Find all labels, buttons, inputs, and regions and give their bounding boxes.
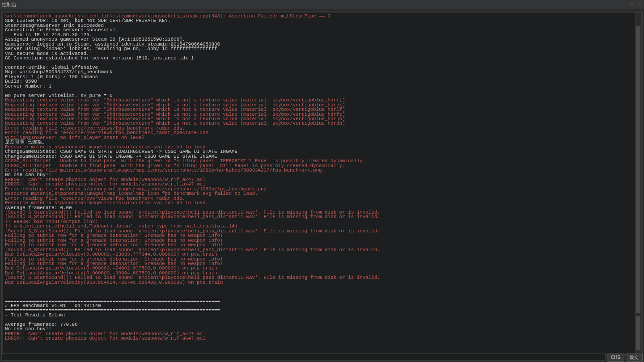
console-line: Average framerate: 770.96 bbox=[5, 322, 633, 327]
console-line: Server using '<none>' lobbies, requiring… bbox=[5, 46, 633, 51]
console-line: Connection to Steam servers successful. bbox=[5, 28, 633, 32]
console-line: [Sound] S_StartSound(): Failed to load s… bbox=[5, 215, 633, 219]
console-line bbox=[5, 290, 633, 294]
console-input[interactable] bbox=[1, 354, 606, 361]
console-line bbox=[5, 61, 633, 65]
ime-indicator[interactable]: CHS bbox=[607, 354, 624, 362]
console-body: src\steamnetworkingsockets\clientlib\cst… bbox=[1, 11, 643, 356]
console-line: - Test Results Below: bbox=[5, 313, 633, 317]
console-line: ========================================… bbox=[5, 308, 633, 313]
console-line: PutClientInServer: no info_player_start … bbox=[5, 135, 633, 140]
console-line bbox=[5, 285, 633, 289]
console-line: Build: 8598 bbox=[5, 79, 633, 84]
console-line: Resource materials\panorama\images\icons… bbox=[5, 201, 633, 205]
console-line: CCSGO_BlurTarget - Unable to find panel … bbox=[5, 159, 633, 163]
scrollbar[interactable] bbox=[636, 13, 641, 354]
console-line: Error reading file materials/panorama/im… bbox=[5, 168, 633, 173]
scroll-thumb[interactable] bbox=[636, 316, 640, 350]
window-controls bbox=[629, 2, 642, 7]
console-line: # FPS Benchmark v1.01 - 01:43:140 bbox=[5, 303, 633, 308]
submit-button[interactable]: 提交 bbox=[626, 354, 643, 362]
console-line bbox=[5, 317, 633, 322]
console-output[interactable]: src\steamnetworkingsockets\clientlib\cst… bbox=[3, 13, 635, 354]
title-bar: 控制台 bbox=[0, 0, 644, 9]
console-line: Requesting texture value from var "$hdrb… bbox=[5, 107, 633, 112]
console-line: GC Connection established for server ver… bbox=[5, 56, 633, 60]
console-line: Server Number: 1 bbox=[5, 84, 633, 88]
console-line: ERROR!: Can't create physics object for … bbox=[5, 336, 633, 341]
close-button[interactable] bbox=[637, 2, 642, 7]
scroll-thumb[interactable] bbox=[636, 26, 640, 313]
console-line: Bad SetLocalAngularVelocity(0.000000,-23… bbox=[5, 252, 633, 257]
window-title: 控制台 bbox=[2, 2, 17, 7]
footer: CHS 提交 bbox=[0, 354, 644, 362]
console-line: Bad SetLocalAngularVelocity(953.854614,-… bbox=[5, 280, 633, 285]
console-line: Map: workshop/500334237/fps_benchmark bbox=[5, 70, 633, 74]
minimize-button[interactable] bbox=[629, 2, 634, 7]
console-line: Players: 1 (0 bots) / 100 humans bbox=[5, 75, 633, 79]
